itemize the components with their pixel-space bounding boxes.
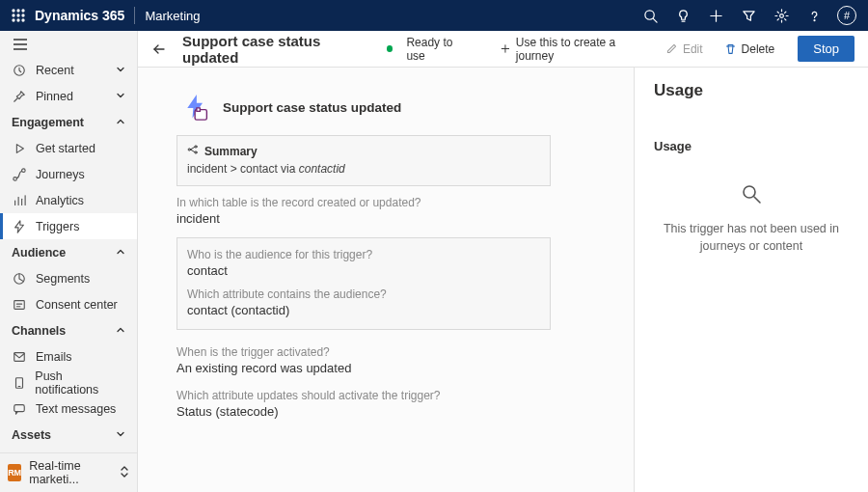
chevron-up-icon [116,324,125,338]
svg-rect-29 [14,300,25,309]
sidebar-item-triggers[interactable]: Triggers [0,213,137,239]
svg-point-9 [644,10,653,18]
sidebar-item-label: Recent [36,64,74,77]
audience-box: Who is the audience for this trigger? co… [176,237,551,330]
svg-point-15 [814,19,815,20]
sidebar-section-label: Assets [12,428,51,442]
trigger-title: Support case status updated [223,100,401,115]
svg-marker-20 [16,144,23,152]
main-column: Support case status updated Summary inci… [138,68,634,492]
journey-icon [12,168,27,181]
usage-panel-title: Usage [654,81,849,100]
page-title: Support case status updated [182,33,364,66]
help-icon[interactable] [799,0,829,31]
sidebar-item-pinned[interactable]: Pinned [0,83,137,109]
sidebar-item-label: Segments [36,272,90,286]
sidebar-item-label: Get started [36,142,95,155]
mail-icon [12,350,27,364]
summary-heading: Summary [204,145,258,158]
question-when: When is the trigger activated? [176,345,634,359]
play-icon [12,142,27,155]
area-switcher-label: Real-time marketi... [29,459,112,486]
answer-attribute: contact (contactid) [187,303,540,317]
svg-rect-41 [197,108,201,112]
filter-icon[interactable] [733,0,764,31]
app-launcher-icon[interactable] [12,9,25,22]
svg-line-46 [190,150,195,152]
chevron-down-icon [116,64,125,77]
edit-button[interactable]: Edit [662,42,707,56]
sidebar-section-engagement[interactable]: Engagement [0,109,137,135]
usage-empty-message: This trigger has not been used in journe… [654,221,849,255]
sidebar-item-label: Emails [36,350,72,364]
account-avatar[interactable]: # [831,0,862,31]
area-switcher[interactable]: RM Real-time marketi... [0,452,137,492]
use-in-journey-button[interactable]: Use this to create a journey [496,36,648,63]
svg-point-5 [22,14,24,16]
empty-search-icon [654,182,849,205]
area-swatch: RM [8,464,21,481]
question-which-attr: Which attribute updates should activate … [176,389,634,402]
svg-point-22 [22,168,26,172]
sidebar-section-label: Channels [12,324,66,338]
chevron-down-icon [116,428,125,442]
chevron-down-icon [116,90,125,103]
summary-path: incident > contact via contactid [187,162,540,176]
answer-which-attr: Status (statecode) [176,404,634,419]
usage-panel: Usage Usage This trigger has not been us… [634,68,868,492]
svg-point-21 [14,177,17,180]
sidebar-item-consent[interactable]: Consent center [0,291,137,317]
sidebar-item-journeys[interactable]: Journeys [0,161,137,187]
search-icon[interactable] [635,0,665,31]
sidebar-section-assets[interactable]: Assets [0,422,137,448]
app-area-name[interactable]: Marketing [145,9,200,23]
svg-point-7 [17,19,19,21]
cmd-label: Use this to create a journey [516,36,644,63]
bolt-icon [12,220,27,233]
chevron-up-icon [116,116,125,129]
sidebar-item-label: Journeys [36,168,85,181]
sidebar-item-push[interactable]: Push notifications [0,369,137,396]
question-table: In which table is the record created or … [176,196,634,209]
left-nav: Recent Pinned Engagement Get started Jou… [0,31,138,492]
svg-point-1 [17,10,19,12]
svg-point-4 [17,14,19,16]
svg-point-47 [744,186,755,198]
updown-chevron-icon [120,466,129,480]
hamburger-icon[interactable] [0,31,137,57]
sidebar-item-analytics[interactable]: Analytics [0,187,137,213]
delete-button[interactable]: Delete [720,42,779,56]
lightbulb-icon[interactable] [667,0,698,31]
svg-point-0 [13,10,14,12]
pin-icon [12,90,27,103]
avatar-circle: # [837,6,856,25]
sidebar-item-recent[interactable]: Recent [0,57,137,83]
status-text: Ready to use [406,36,469,63]
sidebar-item-segments[interactable]: Segments [0,265,137,291]
analytics-icon [12,194,27,207]
sidebar-item-label: Triggers [36,220,79,233]
svg-point-14 [779,14,783,17]
summary-box: Summary incident > contact via contactid [176,135,551,186]
sidebar-section-label: Audience [12,246,66,260]
sidebar-item-label: Consent center [36,298,118,312]
question-attribute: Which attribute contains the audience? [187,287,540,301]
sidebar-item-text[interactable]: Text messages [0,396,137,422]
svg-rect-35 [14,404,25,411]
svg-point-8 [22,19,24,21]
gear-icon[interactable] [766,0,797,31]
sidebar-item-emails[interactable]: Emails [0,343,137,369]
chevron-up-icon [116,246,125,260]
back-arrow-icon[interactable] [151,41,167,57]
segments-icon [12,272,27,286]
answer-audience: contact [187,263,540,278]
flow-icon [187,144,199,158]
sidebar-item-get-started[interactable]: Get started [0,135,137,161]
svg-marker-27 [15,220,24,232]
stop-button[interactable]: Stop [798,36,854,62]
plus-icon[interactable] [700,0,731,31]
cmd-label: Delete [742,42,775,56]
sidebar-section-audience[interactable]: Audience [0,239,137,265]
svg-rect-32 [14,352,25,361]
sidebar-section-channels[interactable]: Channels [0,317,137,343]
